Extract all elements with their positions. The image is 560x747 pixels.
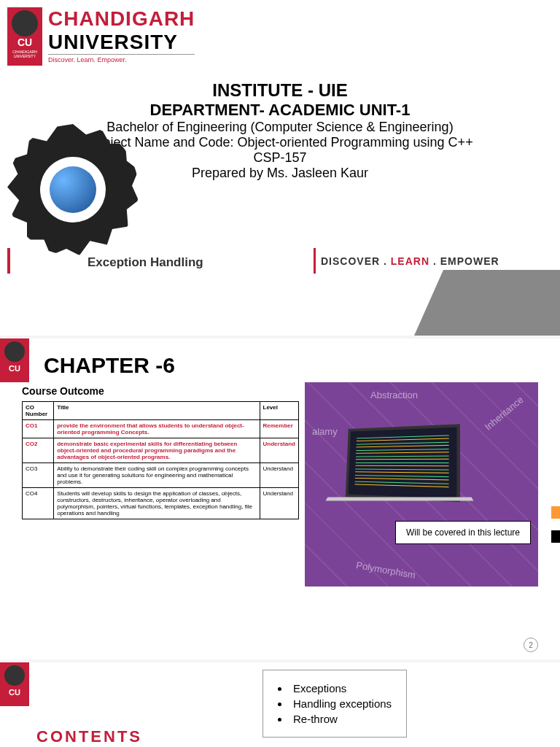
contents-list: Exceptions Handling exceptions Re-throw	[262, 670, 407, 738]
course-outcome-table: CO Number Title Level CO1provide the env…	[22, 401, 299, 519]
dle-discover: DISCOVER .	[321, 255, 391, 267]
th-level: Level	[260, 402, 298, 420]
table-row: CO1provide the environment that allows s…	[23, 420, 299, 438]
table-row: CO4Students will develop skills to desig…	[23, 488, 299, 519]
oop-graphic: Abstraction Inheritance Polymorphism ala…	[305, 382, 538, 587]
cu-badge-icon: CU	[0, 338, 29, 382]
slide-2: CU CHAPTER -6 Course Outcome CO Number T…	[0, 338, 560, 659]
laptop-icon	[341, 426, 487, 528]
list-item: Handling exceptions	[278, 697, 392, 710]
badge-subtext: CHANDIGARH UNIVERSITY	[7, 50, 42, 58]
discover-learn-empower: DISCOVER . LEARN . EMPOWER	[321, 255, 499, 267]
chapter-title: CHAPTER -6	[44, 353, 553, 378]
table-cell: Students will develop skills to design t…	[54, 488, 260, 519]
cu-badge-icon: CU	[0, 662, 29, 706]
list-item: Re-throw	[278, 713, 392, 725]
contents-heading: CONTENTS	[36, 727, 142, 746]
table-cell: CO2	[23, 438, 54, 463]
slide-3: CU Exceptions Handling exceptions Re-thr…	[0, 662, 560, 747]
page-number: 2	[524, 638, 538, 652]
topic-title: Exception Handling	[88, 255, 203, 270]
university-name: CHANDIGARH	[48, 7, 195, 31]
gear-globe-icon	[7, 124, 139, 255]
table-row: CO3Ability to demonstrate their coding s…	[23, 463, 299, 488]
th-title: Title	[54, 402, 260, 420]
table-cell: Remember	[260, 420, 298, 438]
table-cell: demonstrate basic experimental skills fo…	[54, 438, 260, 463]
table-cell: CO3	[23, 463, 54, 488]
th-number: CO Number	[23, 402, 54, 420]
accent-bar-right	[314, 248, 316, 274]
list-item: Exceptions	[278, 682, 392, 694]
institute-title: INSTITUTE - UIE	[7, 80, 553, 101]
table-cell: CO4	[23, 488, 54, 519]
table-cell: provide the environment that allows stud…	[54, 420, 260, 438]
department-title: DEPARTMENT- ACADEMIC UNIT-1	[7, 101, 553, 120]
slide-1: CU CHANDIGARH UNIVERSITY CHANDIGARH UNIV…	[0, 0, 560, 336]
watermark-alamy: alamy	[312, 426, 338, 437]
gray-footer-shape	[414, 270, 560, 336]
table-cell: Understand	[260, 438, 298, 463]
table-cell: Ability to demonstrate their coding skil…	[54, 463, 260, 488]
badge-text: CU	[18, 36, 32, 48]
flag-icon	[551, 506, 560, 543]
table-cell: CO1	[23, 420, 54, 438]
dle-learn: LEARN	[391, 255, 429, 267]
logo-header: CU CHANDIGARH UNIVERSITY CHANDIGARH UNIV…	[7, 7, 553, 66]
badge-text: CU	[9, 688, 20, 697]
dle-empower: . EMPOWER	[429, 255, 499, 267]
table-cell: Understand	[260, 488, 298, 519]
university-tagline: Discover. Learn. Empower.	[48, 54, 195, 63]
label-polymorphism: Polymorphism	[355, 560, 416, 581]
table-cell: Understand	[260, 463, 298, 488]
university-name-block: CHANDIGARH UNIVERSITY Discover. Learn. E…	[48, 7, 195, 63]
lecture-callout: Will be covered in this lecture	[395, 521, 531, 544]
label-abstraction: Abstraction	[370, 390, 418, 400]
label-inheritance: Inheritance	[482, 394, 525, 433]
university-subname: UNIVERSITY	[48, 31, 195, 54]
badge-text: CU	[9, 364, 20, 373]
accent-bar-left	[7, 248, 10, 274]
table-row: CO2demonstrate basic experimental skills…	[23, 438, 299, 463]
cu-badge-icon: CU CHANDIGARH UNIVERSITY	[7, 7, 42, 66]
